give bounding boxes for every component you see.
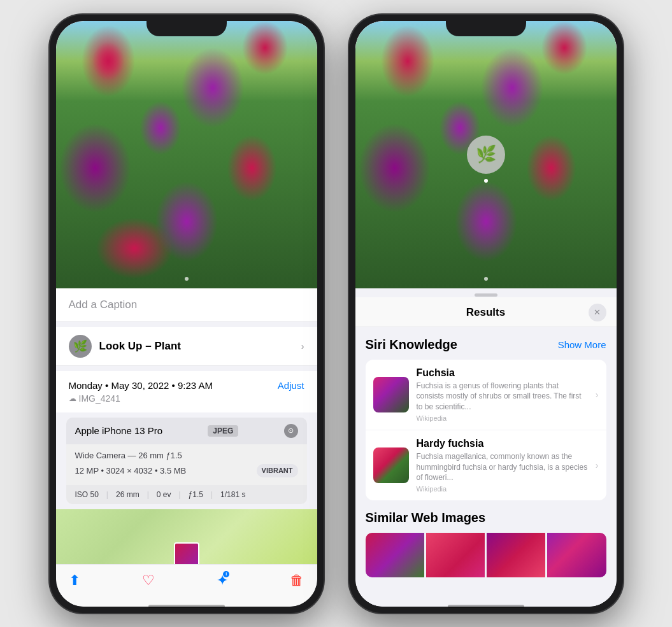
visual-search-button[interactable]: 🌿 xyxy=(467,136,505,174)
hardy-fuchsia-thumbnail xyxy=(373,447,409,483)
share-icon: ⬆ xyxy=(69,572,80,589)
web-image-2[interactable] xyxy=(426,533,485,577)
info-badge: ✦ i xyxy=(217,572,228,589)
web-images-section-header: Similar Web Images xyxy=(366,511,606,525)
web-images-title: Similar Web Images xyxy=(366,511,486,525)
camera-section: Apple iPhone 13 Pro JPEG ⊙ Wide Camera —… xyxy=(66,418,307,504)
meta-section: Monday • May 30, 2022 • 9:23 AM Adjust ☁… xyxy=(56,371,317,412)
close-button[interactable]: ✕ xyxy=(589,304,606,321)
resolution-row: 12 MP • 3024 × 4032 • 3.5 MB VIBRANT xyxy=(75,464,298,477)
lookup-row[interactable]: 🌿 Look Up – Plant › xyxy=(56,327,317,366)
focal-length: 26 mm xyxy=(116,490,139,499)
hardy-fuchsia-text: Hardy fuchsia Fuchsia magellanica, commo… xyxy=(417,438,588,493)
lookup-chevron-icon: › xyxy=(301,341,304,351)
filter-badge: VIBRANT xyxy=(257,464,298,477)
favorite-button[interactable]: ♡ xyxy=(142,572,155,589)
fuchsia-desc: Fuchsia is a genus of flowering plants t… xyxy=(417,381,588,412)
results-page-indicator xyxy=(484,277,488,281)
camera-model: Apple iPhone 13 Pro xyxy=(75,425,163,436)
delete-button[interactable]: 🗑 xyxy=(290,572,304,589)
fuchsia-name: Fuchsia xyxy=(417,367,588,379)
photo-area[interactable] xyxy=(56,21,317,288)
web-images-grid xyxy=(366,533,606,577)
right-phone: 🌿 Results ✕ xyxy=(349,15,623,613)
caption-area[interactable]: Add a Caption xyxy=(56,288,317,322)
caption-placeholder[interactable]: Add a Caption xyxy=(69,299,138,311)
page-indicator xyxy=(185,277,189,281)
siri-knowledge-section-header: Siri Knowledge Show More xyxy=(366,337,606,352)
leaf-icon: 🌿 xyxy=(476,144,496,164)
results-content[interactable]: Siri Knowledge Show More Fuchsia Fuchsia… xyxy=(355,327,617,607)
left-phone-screen: Add a Caption 🌿 Look Up – Plant › xyxy=(56,21,317,607)
aperture: ƒ1.5 xyxy=(189,490,203,499)
flower-photo xyxy=(56,21,317,288)
exposure-value: 0 ev xyxy=(157,490,171,499)
lens-info: Wide Camera — 26 mm ƒ1.5 xyxy=(75,449,182,462)
results-panel: Results ✕ Siri Knowledge Show More xyxy=(355,288,617,607)
lookup-label: Look Up – Plant xyxy=(99,340,181,353)
format-badge: JPEG xyxy=(208,425,238,437)
hardy-fuchsia-source: Wikipedia xyxy=(417,485,588,493)
show-more-button[interactable]: Show More xyxy=(558,339,606,350)
heart-icon: ♡ xyxy=(142,572,155,589)
results-screen: 🌿 Results ✕ xyxy=(355,21,617,607)
knowledge-item-fuchsia[interactable]: Fuchsia Fuchsia is a genus of flowering … xyxy=(366,360,606,430)
results-header: Results ✕ xyxy=(355,297,617,327)
web-image-4[interactable] xyxy=(547,533,606,577)
camera-header: Apple iPhone 13 Pro JPEG ⊙ xyxy=(66,418,307,444)
web-image-1[interactable] xyxy=(366,533,424,577)
share-button[interactable]: ⬆ xyxy=(69,572,80,589)
fuchsia-text: Fuchsia Fuchsia is a genus of flowering … xyxy=(417,367,588,422)
camera-detail: Wide Camera — 26 mm ƒ1.5 12 MP • 3024 × … xyxy=(66,444,307,485)
knowledge-card: Fuchsia Fuchsia is a genus of flowering … xyxy=(366,360,606,501)
info-button[interactable]: ✦ i xyxy=(217,572,228,589)
right-phone-screen: 🌿 Results ✕ xyxy=(355,21,617,607)
filename: IMG_4241 xyxy=(79,393,120,404)
location-icon: ⊙ xyxy=(284,424,298,438)
results-header-wrap: Results ✕ xyxy=(355,288,617,327)
trash-icon: 🗑 xyxy=(290,572,304,589)
lens-row: Wide Camera — 26 mm ƒ1.5 xyxy=(75,449,298,462)
cloud-icon: ☁ xyxy=(69,394,76,403)
hardy-fuchsia-desc: Fuchsia magellanica, commonly known as t… xyxy=(417,451,588,483)
adjust-button[interactable]: Adjust xyxy=(278,380,304,391)
map-thumb-image xyxy=(175,544,198,564)
map-thumbnail xyxy=(174,542,199,564)
info-badge-dot: i xyxy=(223,571,229,577)
close-icon: ✕ xyxy=(594,307,601,317)
hardy-fuchsia-chevron-icon: › xyxy=(596,460,599,470)
exif-row: ISO 50 | 26 mm | 0 ev | ƒ1.5 | 1/181 s xyxy=(66,485,307,504)
sheet-handle xyxy=(475,293,497,297)
results-title: Results xyxy=(383,306,589,319)
bottom-toolbar: ⬆ ♡ ✦ i 🗑 xyxy=(56,564,317,607)
similar-web-images-section: Similar Web Images xyxy=(366,511,606,577)
visual-lookup-icon: 🌿 xyxy=(69,335,92,358)
fuchsia-chevron-icon: › xyxy=(596,390,599,400)
hardy-fuchsia-name: Hardy fuchsia xyxy=(417,438,588,449)
photos-screen: Add a Caption 🌿 Look Up – Plant › xyxy=(56,21,317,607)
fuchsia-source: Wikipedia xyxy=(417,414,588,422)
date-row: Monday • May 30, 2022 • 9:23 AM Adjust xyxy=(69,380,304,391)
results-photo: 🌿 xyxy=(355,21,617,288)
iso: ISO 50 xyxy=(75,490,99,499)
right-home-indicator xyxy=(448,605,524,608)
filename-row: ☁ IMG_4241 xyxy=(69,393,304,404)
main-container: Add a Caption 🌿 Look Up – Plant › xyxy=(37,2,636,626)
info-panel: Add a Caption 🌿 Look Up – Plant › xyxy=(56,288,317,564)
shutter-speed: 1/181 s xyxy=(220,490,245,499)
photo-date: Monday • May 30, 2022 • 9:23 AM xyxy=(69,380,213,391)
fuchsia-thumbnail xyxy=(373,377,409,412)
home-indicator xyxy=(148,605,225,608)
knowledge-item-hardy-fuchsia[interactable]: Hardy fuchsia Fuchsia magellanica, commo… xyxy=(366,430,606,500)
left-phone: Add a Caption 🌿 Look Up – Plant › xyxy=(50,15,324,613)
web-image-3[interactable] xyxy=(487,533,545,577)
map-section[interactable] xyxy=(56,509,317,564)
resolution-info: 12 MP • 3024 × 4032 • 3.5 MB xyxy=(75,465,187,477)
siri-knowledge-title: Siri Knowledge xyxy=(366,337,457,352)
visual-search-dot xyxy=(484,179,488,183)
